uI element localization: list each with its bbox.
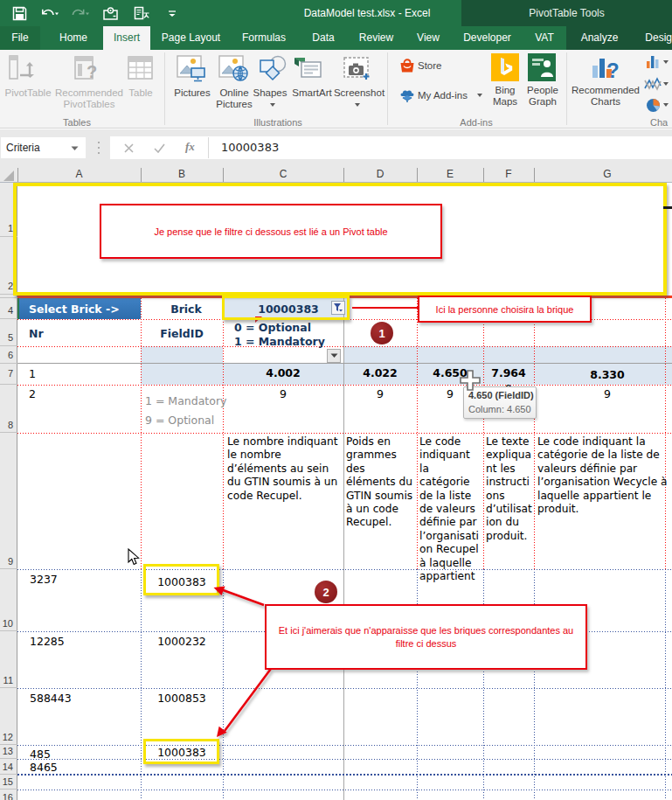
translate-icon[interactable]: [132, 3, 151, 23]
tab-home[interactable]: Home: [49, 26, 98, 50]
cell-a7[interactable]: 1: [29, 367, 36, 380]
col-header-a[interactable]: A: [17, 166, 141, 182]
line-chart-dropdown-icon[interactable]: [663, 82, 669, 86]
cell-g7[interactable]: 8.330: [534, 368, 672, 381]
row-header-4[interactable]: 4: [8, 305, 13, 316]
online-pictures-label[interactable]: Online Pictures: [213, 87, 255, 110]
screenshot-dropdown-icon[interactable]: [355, 103, 360, 107]
cell-b4[interactable]: Brick: [145, 303, 227, 316]
smartart-label[interactable]: SmartArt: [289, 87, 335, 99]
cell-d7[interactable]: 4.022: [343, 366, 417, 379]
cell-c7[interactable]: 4.002: [223, 366, 343, 379]
my-addins-label[interactable]: My Add-ins: [418, 90, 472, 101]
row-header-8[interactable]: 8: [8, 420, 13, 430]
tab-page-layout[interactable]: Page Layout: [156, 26, 226, 50]
shapes-icon[interactable]: [258, 55, 288, 87]
cell-a13[interactable]: 485: [30, 748, 51, 761]
select-all-icon[interactable]: [3, 170, 15, 182]
row-header-5[interactable]: 5: [8, 332, 13, 343]
line-chart-icon[interactable]: [644, 77, 662, 94]
cell-f9[interactable]: Le texte expliqua nt les instructi ons d…: [486, 435, 532, 543]
row-header-14[interactable]: 14: [3, 762, 13, 772]
formula-value[interactable]: 10000383: [221, 136, 279, 159]
col-header-c[interactable]: C: [223, 166, 343, 182]
pie-chart-dropdown-icon[interactable]: [663, 103, 669, 107]
cell-b12[interactable]: 1000853: [141, 692, 223, 705]
cell-c9[interactable]: Le nombre indiquant le nombre d’éléments…: [227, 435, 338, 503]
cell-b11[interactable]: 1000232: [141, 635, 223, 648]
save-icon[interactable]: [10, 3, 29, 23]
cell-b5[interactable]: FieldID: [141, 327, 223, 340]
column-chart-dropdown-icon[interactable]: [663, 60, 669, 64]
row-header-16[interactable]: 16: [3, 792, 13, 800]
cell-a5[interactable]: Nr: [29, 327, 44, 340]
col-header-b[interactable]: B: [141, 166, 223, 182]
cell-a4[interactable]: Select Brick ->: [29, 303, 120, 316]
pictures-label[interactable]: Pictures: [170, 87, 214, 99]
screenshot-icon[interactable]: [343, 56, 372, 87]
tab-file[interactable]: File: [0, 26, 40, 50]
my-addins-dropdown-icon[interactable]: [477, 94, 482, 97]
table-label[interactable]: Table: [121, 87, 161, 99]
my-addins-icon[interactable]: [399, 87, 415, 107]
col-header-f[interactable]: F: [483, 166, 534, 182]
people-graph-icon[interactable]: [528, 53, 556, 85]
enter-icon[interactable]: [154, 143, 165, 153]
recommended-charts-icon[interactable]: ?: [591, 55, 620, 87]
cell-d8[interactable]: 9: [343, 387, 417, 400]
cell-e9[interactable]: Le code indiquant la catégorie de la lis…: [419, 435, 479, 583]
bing-maps-label[interactable]: Bing Maps: [486, 85, 524, 108]
column-chart-icon[interactable]: [646, 55, 661, 72]
pivottable-icon[interactable]: [9, 54, 35, 86]
name-box[interactable]: Criteria: [0, 136, 87, 159]
tab-formulas[interactable]: Formulas: [232, 26, 296, 50]
row-header-10[interactable]: 10: [3, 618, 13, 629]
tab-insert[interactable]: Insert: [103, 26, 150, 50]
pictures-icon[interactable]: [177, 55, 208, 87]
cell-a12[interactable]: 588443: [30, 692, 72, 705]
cancel-icon[interactable]: [124, 143, 134, 153]
cell-c5[interactable]: 0 = Optional 1 = Mandatory: [234, 321, 325, 349]
recommended-pivottables-icon[interactable]: ?: [74, 54, 100, 86]
cell-f7[interactable]: 7.964: [483, 366, 534, 379]
cell-a8[interactable]: 2: [29, 387, 36, 400]
cell-a11[interactable]: 12285: [30, 635, 65, 648]
tab-developer[interactable]: Developer: [454, 26, 521, 50]
col-header-e[interactable]: E: [417, 166, 483, 182]
row-header-15[interactable]: 15: [3, 776, 13, 787]
row-header-11[interactable]: 11: [3, 675, 13, 685]
screenshot-label[interactable]: Screenshot: [333, 87, 385, 99]
table-icon[interactable]: [128, 54, 154, 86]
shapes-label[interactable]: Shapes: [251, 87, 289, 99]
tab-design[interactable]: Design: [635, 26, 672, 50]
recommended-pivottables-label[interactable]: Recommended PivotTables: [52, 87, 127, 110]
cell-dropdown-button[interactable]: [327, 349, 341, 363]
redo-icon[interactable]: [71, 3, 90, 23]
insert-function-icon[interactable]: fx: [185, 140, 195, 154]
row-header-6[interactable]: 6: [8, 350, 13, 360]
row-header-7[interactable]: 7: [8, 368, 13, 379]
cell-d9[interactable]: Poids en grammes des éléments du GTIN so…: [346, 435, 412, 530]
store-label[interactable]: Store: [418, 60, 453, 72]
tab-review[interactable]: Review: [350, 26, 402, 50]
col-header-d[interactable]: D: [343, 166, 417, 182]
mail-attach-icon[interactable]: [101, 3, 121, 23]
row-header-13[interactable]: 13: [3, 746, 13, 756]
cell-a10[interactable]: 3237: [30, 573, 58, 586]
pie-chart-icon[interactable]: [646, 98, 661, 116]
name-box-dropdown-icon[interactable]: [71, 146, 79, 151]
cell-g9[interactable]: Le code indiquant la catégorie de la lis…: [537, 435, 668, 516]
smartart-icon[interactable]: [293, 57, 324, 87]
cell-a14[interactable]: 8465: [30, 761, 58, 774]
cell-c8[interactable]: 9: [223, 387, 343, 400]
row-header-12[interactable]: 12: [3, 732, 13, 742]
tab-analyze[interactable]: Analyze: [568, 26, 631, 50]
row-header-9[interactable]: 9: [8, 556, 13, 567]
online-pictures-icon[interactable]: [218, 55, 250, 87]
people-graph-label[interactable]: People Graph: [524, 85, 561, 108]
tab-data[interactable]: Data: [301, 26, 346, 50]
recommended-charts-label[interactable]: Recommended Charts: [568, 85, 643, 108]
cell-g8[interactable]: 9: [534, 387, 672, 400]
pivottable-label[interactable]: PivotTable: [0, 87, 56, 99]
undo-icon[interactable]: [40, 3, 59, 23]
